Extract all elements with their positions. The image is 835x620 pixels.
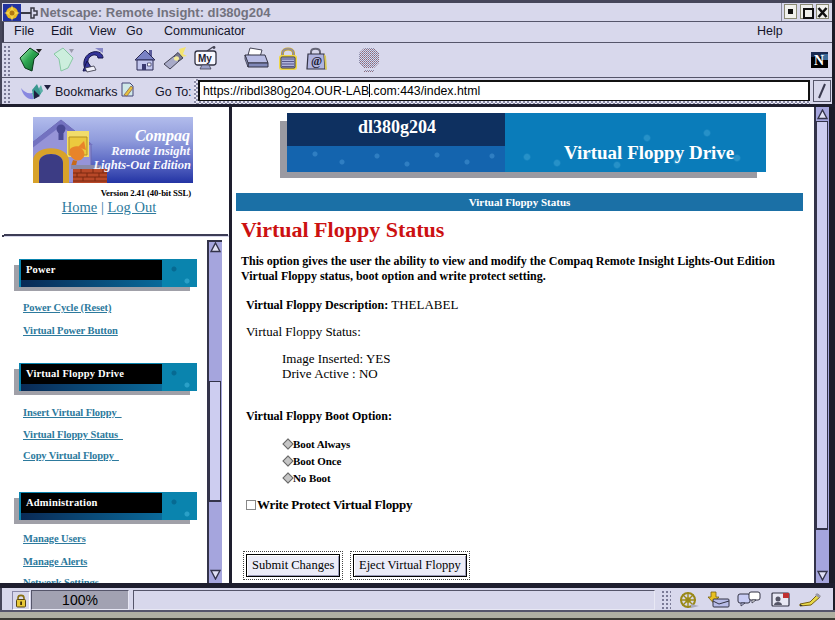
svg-text:Lights-Out Edition: Lights-Out Edition — [92, 158, 191, 172]
svg-text:Compaq: Compaq — [135, 127, 190, 145]
svg-text:My: My — [198, 53, 212, 64]
svg-text:Remote Insight: Remote Insight — [110, 144, 190, 158]
svg-text:@: @ — [311, 54, 322, 68]
svg-text:N: N — [814, 53, 824, 68]
